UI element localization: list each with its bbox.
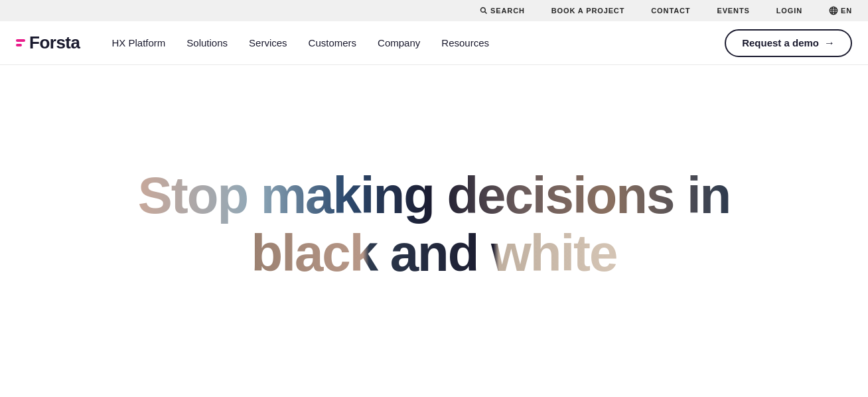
- nav-item-company[interactable]: Company: [378, 37, 420, 48]
- language-selector[interactable]: EN: [829, 6, 852, 15]
- logo[interactable]: Forsta: [16, 33, 80, 53]
- nav-item-services[interactable]: Services: [249, 37, 287, 48]
- nav-item-solutions[interactable]: Solutions: [186, 37, 228, 48]
- events-button[interactable]: EVENTS: [717, 7, 749, 15]
- request-demo-label: Request a demo: [742, 37, 819, 48]
- logo-icon: [16, 39, 25, 46]
- login-button[interactable]: LOGIN: [776, 7, 802, 15]
- request-demo-button[interactable]: Request a demo →: [725, 29, 852, 57]
- globe-icon: [829, 6, 838, 15]
- events-label: EVENTS: [717, 7, 749, 15]
- hero-line-1: Stop making decisions in: [138, 167, 731, 224]
- main-nav: HX Platform Solutions Services Customers…: [111, 37, 725, 48]
- search-icon: [480, 7, 488, 15]
- contact-button[interactable]: CONTACT: [651, 7, 690, 15]
- lang-label: EN: [841, 7, 852, 15]
- search-label: SEARCH: [490, 7, 525, 15]
- nav-item-hx-platform[interactable]: HX Platform: [111, 37, 165, 48]
- main-header: Forsta HX Platform Solutions Services Cu…: [0, 21, 868, 65]
- logo-bar-bottom: [16, 44, 22, 46]
- svg-line-1: [485, 12, 487, 14]
- arrow-icon: →: [824, 37, 835, 49]
- nav-item-customers[interactable]: Customers: [309, 37, 357, 48]
- hero-line-2: black and white: [138, 224, 731, 282]
- book-label: BOOK A PROJECT: [551, 7, 625, 15]
- hero-section: Stop making decisions in black and white: [0, 65, 868, 370]
- hero-headline: Stop making decisions in black and white: [138, 167, 731, 283]
- logo-bar-top: [16, 39, 25, 42]
- contact-label: CONTACT: [651, 7, 690, 15]
- svg-point-0: [481, 8, 486, 13]
- book-project-button[interactable]: BOOK A PROJECT: [551, 7, 625, 15]
- search-button[interactable]: SEARCH: [480, 7, 525, 15]
- nav-item-resources[interactable]: Resources: [441, 37, 489, 48]
- login-label: LOGIN: [776, 7, 802, 15]
- logo-text: Forsta: [29, 33, 80, 53]
- top-bar: SEARCH BOOK A PROJECT CONTACT EVENTS LOG…: [0, 0, 868, 21]
